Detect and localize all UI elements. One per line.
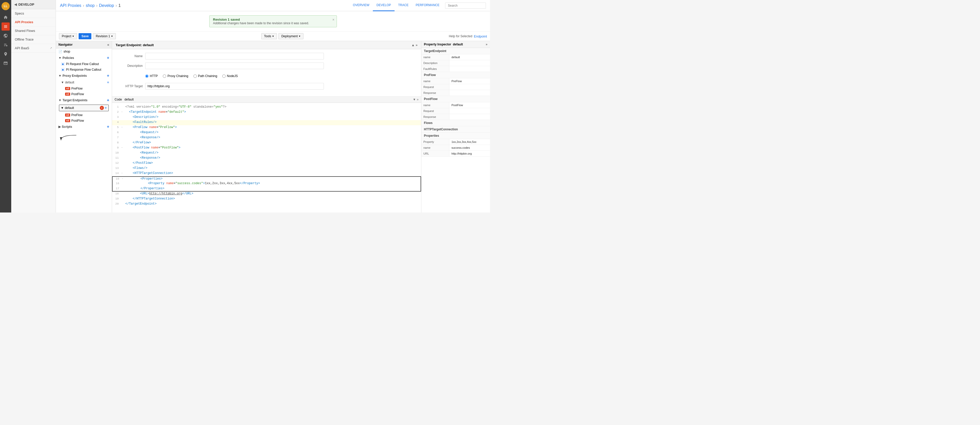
save-button[interactable]: Save xyxy=(79,33,91,39)
code-line-18: 18 <URL>http://httpbin.org</URL> xyxy=(112,192,421,197)
help-text: Help for Selected xyxy=(449,35,473,38)
nav-section-target-endpoints[interactable]: ▼ Target Endpoints + xyxy=(56,97,112,103)
prop-key-preflow-name: name xyxy=(422,78,449,84)
code-line-17: 17 </Properties> xyxy=(112,187,421,192)
tools-button[interactable]: Tools ▼ xyxy=(261,33,277,39)
description-input[interactable] xyxy=(145,62,324,69)
nav-item-proxy-preflow[interactable]: All PreFlow xyxy=(56,86,112,91)
breadcrumb: API Proxies › shop › Develop › 1 xyxy=(60,3,349,8)
nav-icon-settings[interactable] xyxy=(2,32,10,40)
tab-overview[interactable]: OVERVIEW xyxy=(349,0,373,11)
collapse-arrow[interactable]: ◀ xyxy=(14,3,17,6)
radio-proxy-chaining-input[interactable] xyxy=(163,75,166,78)
shop-icon: 📄 xyxy=(59,50,62,53)
target-default-add[interactable]: + xyxy=(105,106,107,110)
prop-val-property: 1xx,2xx,3xx,4xx,5xx xyxy=(449,139,490,144)
prop-row-url: URL http://httpbin.org xyxy=(422,151,490,157)
breadcrumb-develop[interactable]: Develop xyxy=(99,3,114,8)
prop-val-postflow-name: PostFlow xyxy=(449,102,490,108)
radio-nodejs-input[interactable] xyxy=(222,75,226,78)
nav-icon-trace[interactable] xyxy=(2,50,10,58)
prop-key-property: Property xyxy=(422,139,449,144)
editor-collapse-btn[interactable]: ▲ xyxy=(411,43,415,47)
nav-selected-default[interactable]: ▼ default × + xyxy=(59,105,109,111)
description-row: Description xyxy=(117,62,416,69)
code-expand-btn[interactable]: » xyxy=(417,98,418,101)
radio-http[interactable]: HTTP xyxy=(145,74,158,78)
nav-section-policies[interactable]: ▼ Policies + xyxy=(56,55,112,61)
nav-item-target-preflow[interactable]: All PreFlow xyxy=(56,112,112,118)
nav-icon-api[interactable] xyxy=(2,22,10,31)
top-bar: API Proxies › shop › Develop › 1 OVERVIE… xyxy=(56,0,490,11)
prop-val-preflow-response xyxy=(449,90,490,96)
breadcrumb-shop[interactable]: shop xyxy=(86,3,95,8)
radio-http-input[interactable] xyxy=(145,75,148,78)
radio-nodejs[interactable]: NodeJS xyxy=(222,74,238,78)
http-target-input[interactable] xyxy=(145,83,324,90)
code-collapse-btn[interactable]: ▼ xyxy=(413,98,416,101)
proxy-preflow-label: PreFlow xyxy=(72,87,83,90)
nav-icon-home[interactable] xyxy=(2,13,10,21)
nav-item-shop[interactable]: 📄 shop xyxy=(56,49,112,55)
nav-item-default-proxy[interactable]: ▼ default + xyxy=(56,79,112,86)
radio-group: HTTP Proxy Chaining Path Chaining NodeJS xyxy=(145,72,238,80)
nav-icon-flows[interactable] xyxy=(2,41,10,49)
notification-close[interactable]: × xyxy=(332,17,334,22)
sidebar-item-specs[interactable]: Specs xyxy=(11,9,56,18)
target-remove-btn[interactable]: × xyxy=(100,106,104,110)
proxy-endpoints-add[interactable]: + xyxy=(107,74,109,78)
nav-icon-baas[interactable] xyxy=(2,59,10,67)
nav-item-pi-request[interactable]: ■ PI Request Flow Callout xyxy=(56,61,112,67)
navigator-collapse[interactable]: « xyxy=(107,43,109,47)
prop-section-postflow: PostFlow xyxy=(422,96,490,102)
prop-val-name: default xyxy=(449,54,490,60)
deployment-button[interactable]: Deployment ▼ xyxy=(278,33,304,39)
radio-row: HTTP Proxy Chaining Path Chaining NodeJS xyxy=(117,72,416,80)
prop-val-preflow-request xyxy=(449,84,490,90)
nav-item-pi-response[interactable]: ■ PI Response Flow Callout xyxy=(56,67,112,73)
tab-develop[interactable]: DEVELOP xyxy=(373,0,395,11)
project-button[interactable]: Project ▼ xyxy=(59,33,77,39)
target-preflow-badge: All xyxy=(65,114,70,117)
policies-add[interactable]: + xyxy=(107,56,109,60)
revision-button[interactable]: Revision 1 ▼ xyxy=(93,33,116,39)
nav-section-scripts[interactable]: ▶ Scripts + xyxy=(56,124,112,130)
sidebar-item-shared-flows[interactable]: Shared Flows xyxy=(11,27,56,35)
radio-proxy-chaining[interactable]: Proxy Chaining xyxy=(163,74,188,78)
prop-val-faultrules xyxy=(449,66,490,72)
tab-performance[interactable]: PERFORMANCE xyxy=(412,0,443,11)
sidebar-item-offline-trace[interactable]: Offline Trace xyxy=(11,35,56,44)
tab-trace[interactable]: TRACE xyxy=(395,0,412,11)
prop-row-postflow-request: Request xyxy=(422,108,490,114)
nav-section-proxy-endpoints[interactable]: ▼ Proxy Endpoints + xyxy=(56,73,112,79)
sidebar-item-api-baas[interactable]: API BaaS ↗ xyxy=(11,44,56,52)
code-header-controls: ▼ » xyxy=(413,98,418,101)
default-proxy-add[interactable]: + xyxy=(107,80,109,84)
radio-path-chaining-input[interactable] xyxy=(193,75,197,78)
prop-val-preflow-name: PreFlow xyxy=(449,78,490,84)
nav-item-target-postflow[interactable]: All PostFlow xyxy=(56,118,112,124)
breadcrumb-api-proxies[interactable]: API Proxies xyxy=(60,3,81,8)
property-expand-btn[interactable]: » xyxy=(486,43,487,46)
editor-expand-btn[interactable]: » xyxy=(416,43,417,47)
nav-item-proxy-postflow[interactable]: All PostFlow xyxy=(56,91,112,97)
code-line-20: 20 </TargetEndpoint> xyxy=(112,202,421,207)
http-target-label: HTTP Target xyxy=(117,84,143,88)
code-header: Code default ▼ » xyxy=(112,97,421,103)
prop-key-description: Description xyxy=(422,60,449,66)
radio-path-chaining[interactable]: Path Chaining xyxy=(193,74,217,78)
name-input[interactable] xyxy=(145,53,324,59)
editor-header-controls: ▲ » xyxy=(411,43,417,47)
prop-section-flows: Flows xyxy=(422,120,490,126)
target-endpoints-add[interactable]: + xyxy=(107,98,109,102)
proxy-preflow-badge: All xyxy=(65,87,70,90)
sidebar-item-api-proxies[interactable]: API Proxies xyxy=(11,18,56,27)
avatar[interactable]: LL xyxy=(2,2,10,10)
help-link[interactable]: Endpoint xyxy=(474,35,487,38)
scripts-add[interactable]: + xyxy=(107,125,109,129)
property-header: Property Inspector default » xyxy=(422,41,490,48)
pi-response-label: PI Response Flow Callout xyxy=(66,68,101,71)
code-line-7: 7 <Response/> xyxy=(112,135,421,141)
search-input[interactable] xyxy=(445,3,486,9)
prop-val-success-codes: success.codes xyxy=(449,145,490,151)
